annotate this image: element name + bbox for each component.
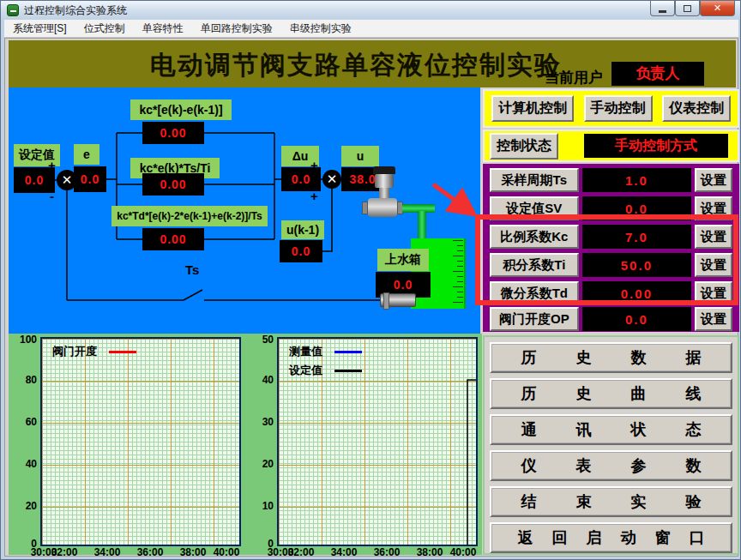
- y-tick: 20: [245, 458, 274, 470]
- param-label: 阀门开度OP: [490, 307, 579, 331]
- app-icon: [7, 4, 19, 16]
- menu-bar: 系统管理[S] 位式控制 单容特性 单回路控制实验 串级控制实验: [4, 20, 738, 38]
- sum2-plus-sign-bottom: +: [310, 189, 318, 203]
- param-value: 0.0: [582, 307, 692, 331]
- instrument-control-button[interactable]: 仪表控制: [662, 95, 731, 122]
- legend: 阀门开度: [52, 344, 136, 359]
- client-area: 电动调节阀支路单容液位控制实验 当前用户 负责人: [4, 38, 738, 557]
- set-button[interactable]: 设置: [695, 281, 732, 305]
- param-row-kc: 比例系数Kc 7.0 设置: [490, 225, 732, 249]
- maximize-icon: [684, 5, 691, 12]
- legend-label: 阀门开度: [52, 344, 97, 359]
- d-term-value: 0.00: [142, 228, 204, 250]
- y-tick: 80: [9, 374, 37, 386]
- menu-item-single-loop[interactable]: 单回路控制实验: [192, 21, 281, 36]
- param-row-sv: 设定值SV 0.0 设置: [490, 196, 732, 220]
- p-term-value: 0.00: [142, 122, 204, 144]
- set-button[interactable]: 设置: [695, 196, 732, 220]
- set-button[interactable]: 设置: [695, 253, 732, 277]
- x-tick: 32:00: [49, 546, 80, 558]
- param-value: 1.0: [582, 168, 692, 192]
- control-block-diagram: 设定值 0.0 ✕ + - e 0.0 kc*[e(k)-e(k-1)] 0.0…: [9, 87, 480, 334]
- menu-item-cascade[interactable]: 串级控制实验: [281, 21, 360, 36]
- valve-actuator: [375, 174, 394, 188]
- param-row-ts: 采样周期Ts 1.0 设置: [490, 168, 732, 192]
- param-value: 7.0: [582, 225, 692, 249]
- set-button[interactable]: 设置: [695, 225, 732, 249]
- param-label: 设定值SV: [490, 196, 579, 220]
- legend-line-red: [109, 351, 136, 353]
- x-tick: 40:00: [448, 546, 479, 558]
- x-tick: 34:00: [328, 546, 359, 558]
- action-button-panel: 历史数据 历史曲线 通讯状态 仪表参数 结束实验 返回启动窗口: [483, 335, 739, 555]
- level-sensor-graphic: [380, 293, 416, 307]
- history-data-button[interactable]: 历史数据: [490, 342, 732, 373]
- sum-junction-2: ✕: [322, 170, 341, 189]
- valve-opening-plot: 阀门开度: [40, 337, 241, 546]
- minimize-icon: [659, 10, 666, 13]
- parameter-panel: 采样周期Ts 1.0 设置 设定值SV 0.0 设置 比例系数Kc 7.0 设置…: [483, 164, 739, 332]
- instrument-params-button[interactable]: 仪表参数: [490, 450, 732, 481]
- return-start-window-button[interactable]: 返回启动窗口: [490, 522, 732, 553]
- close-button[interactable]: ✕: [700, 1, 735, 16]
- set-button[interactable]: 设置: [695, 307, 732, 331]
- level-trend-chart: 50 40 30 20 10 0 测量值 设定值 30:00 32:00: [245, 334, 482, 555]
- maximize-button[interactable]: [675, 1, 700, 16]
- menu-item-onoff-control[interactable]: 位式控制: [75, 21, 134, 36]
- x-tick: 32:00: [286, 546, 316, 558]
- sum2-plus-sign-top: +: [310, 158, 318, 172]
- window-title: 过程控制综合实验系统: [24, 3, 127, 18]
- valve-actuator-cap: [373, 166, 395, 174]
- x-tick: 38:00: [178, 546, 208, 558]
- x-tick: 34:00: [92, 546, 123, 558]
- param-row-op: 阀门开度OP 0.0 设置: [490, 307, 732, 331]
- end-experiment-button[interactable]: 结束实验: [490, 486, 732, 517]
- error-label: e: [74, 144, 99, 165]
- computer-control-button[interactable]: 计算机控制: [491, 95, 574, 122]
- valve-opening-chart: 100 80 60 40 20 0 阀门开度 30:00 32:00 34:00…: [9, 334, 245, 555]
- title-bar: 过程控制综合实验系统 ✕: [1, 1, 740, 20]
- level-trend-plot: 测量值 设定值: [277, 337, 478, 546]
- i-term-value: 0.00: [142, 173, 204, 196]
- param-value: 50.0: [582, 253, 692, 277]
- menu-item-system[interactable]: 系统管理[S]: [4, 21, 75, 36]
- sampling-period-label: Ts: [185, 262, 199, 277]
- x-tick: 40:00: [211, 546, 242, 558]
- y-tick: 50: [245, 334, 274, 346]
- set-button[interactable]: 设置: [695, 168, 732, 192]
- minimize-button[interactable]: [650, 1, 675, 16]
- close-icon: ✕: [714, 3, 721, 13]
- current-user-value: 负责人: [611, 62, 704, 86]
- param-value: 0.0: [582, 196, 692, 220]
- d-term-label: kc*Td*[e(k)-2*e(k-1)+e(k-2)]/Ts: [111, 206, 268, 226]
- y-tick: 30: [245, 416, 274, 428]
- valve-body: [368, 198, 397, 217]
- x-tick: 36:00: [371, 546, 402, 558]
- control-status-display: 手动控制方式: [584, 134, 728, 158]
- control-status-group: 控制状态 手动控制方式: [483, 129, 739, 162]
- banner: 电动调节阀支路单容液位控制实验 当前用户 负责人: [9, 40, 736, 87]
- param-label: 微分系数Td: [490, 281, 579, 305]
- y-tick: 20: [9, 500, 37, 512]
- pipe-vertical: [418, 211, 426, 240]
- u-prev-value: 0.0: [280, 240, 322, 262]
- u-prev-label: u(k-1): [281, 220, 324, 239]
- x-tick: 38:00: [414, 546, 445, 558]
- manual-control-button[interactable]: 手动控制: [584, 95, 653, 122]
- menu-item-single-capacity[interactable]: 单容特性: [134, 21, 192, 36]
- param-row-ti: 积分系数Ti 50.0 设置: [490, 253, 732, 277]
- communication-status-button[interactable]: 通讯状态: [490, 414, 732, 445]
- param-value: 0.00: [582, 281, 692, 305]
- y-tick: 10: [245, 500, 274, 512]
- valve-flange-left: [362, 202, 368, 214]
- app-window: 过程控制综合实验系统 ✕ 系统管理[S] 位式控制 单容特性 单回路控制实验 串…: [0, 0, 741, 560]
- tank-label: 上水箱: [377, 249, 429, 271]
- y-tick: 40: [9, 458, 37, 470]
- param-label: 积分系数Ti: [490, 253, 579, 277]
- page-title: 电动调节阀支路单容液位控制实验: [150, 48, 562, 83]
- y-tick: 40: [245, 374, 274, 386]
- control-status-button[interactable]: 控制状态: [490, 133, 558, 160]
- history-curve-button[interactable]: 历史曲线: [490, 378, 732, 409]
- param-label: 比例系数Kc: [490, 225, 579, 249]
- sum1-plus-sign: +: [48, 158, 56, 172]
